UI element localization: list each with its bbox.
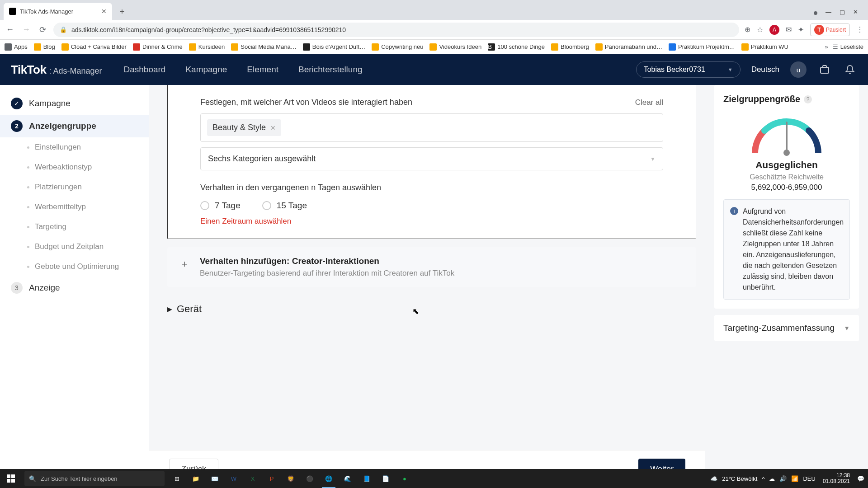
step-adgroup[interactable]: 2 Anzeigengruppe xyxy=(0,115,149,137)
browser-tab[interactable]: TikTok Ads-Manager ✕ xyxy=(4,3,112,20)
language-indicator[interactable]: DEU xyxy=(803,475,815,482)
bookmark-item[interactable]: Praktikum WU xyxy=(741,43,788,51)
notepad-icon[interactable]: 📄 xyxy=(376,469,395,488)
search-icon: 🔍 xyxy=(29,475,36,482)
bookmark-item[interactable]: Panoramabahn und… xyxy=(595,43,662,51)
task-view-icon[interactable]: ⊞ xyxy=(167,469,186,488)
volume-icon[interactable]: 🔊 xyxy=(779,475,787,482)
bookmark-item[interactable]: Dinner & Crime xyxy=(133,43,183,51)
start-button[interactable] xyxy=(0,469,22,488)
tag-remove-icon[interactable]: ✕ xyxy=(270,124,276,131)
clock[interactable]: 12:38 01.08.2021 xyxy=(820,473,853,484)
reach-label: Geschätzte Reichweite xyxy=(723,173,850,181)
user-avatar[interactable]: u xyxy=(790,61,807,78)
help-icon[interactable]: ? xyxy=(804,95,812,103)
reading-list-button[interactable]: ☰Leseliste xyxy=(833,43,863,50)
clear-all-link[interactable]: Clear all xyxy=(635,98,663,107)
notifications-icon[interactable]: 💬 xyxy=(857,475,864,482)
url-field[interactable]: 🔒 ads.tiktok.com/i18n/campaign/ad-group/… xyxy=(53,23,739,37)
app-icon[interactable]: 📘 xyxy=(357,469,376,488)
zoom-icon[interactable]: ⊕ xyxy=(745,25,750,34)
obs-icon[interactable]: ⚫ xyxy=(300,469,319,488)
new-tab-button[interactable]: + xyxy=(116,5,128,18)
excel-icon[interactable]: X xyxy=(243,469,262,488)
nav-dashboard[interactable]: Dashboard xyxy=(123,65,165,75)
substep-budget[interactable]: Budget und Zeitplan xyxy=(0,237,149,257)
word-icon[interactable]: W xyxy=(224,469,243,488)
weather-widget[interactable]: ☁️ 21°C Bewölkt xyxy=(710,475,757,482)
logo[interactable]: TikTok : Ads-Manager xyxy=(11,63,102,77)
back-button[interactable]: ← xyxy=(5,24,15,35)
taskbar-search[interactable]: 🔍 Zur Suche Text hier eingeben xyxy=(24,471,165,486)
info-box: i Aufgrund von Datensicherheitsanforderu… xyxy=(723,199,850,300)
bookmark-item[interactable]: Videokurs Ideen xyxy=(429,43,481,51)
account-selector[interactable]: Tobias Becker0731 ▼ xyxy=(636,61,741,78)
svg-rect-0 xyxy=(821,67,829,73)
language-selector[interactable]: Deutsch xyxy=(751,65,779,74)
category-tag-input[interactable]: Beauty & Style ✕ xyxy=(200,113,663,142)
bell-icon[interactable] xyxy=(843,62,857,77)
step-ad[interactable]: 3 Anzeige xyxy=(0,277,149,299)
powerpoint-icon[interactable]: P xyxy=(262,469,281,488)
cloud-sync-icon[interactable]: ☁ xyxy=(769,475,775,482)
puzzle-icon[interactable]: ✦ xyxy=(798,25,804,34)
reach-value: 5,692,000-6,959,000 xyxy=(723,183,850,192)
file-explorer-icon[interactable]: 📁 xyxy=(186,469,205,488)
close-window-button[interactable]: ✕ xyxy=(853,9,858,15)
reload-button[interactable]: ⟳ xyxy=(37,24,48,35)
substep-placements[interactable]: Platzierungen xyxy=(0,177,149,197)
tiktok-favicon xyxy=(9,8,16,15)
forward-button[interactable]: → xyxy=(21,24,32,35)
step-badge-pending: 3 xyxy=(11,282,23,294)
brave-icon[interactable]: 🦁 xyxy=(281,469,300,488)
radio-7-days[interactable]: 7 Tage xyxy=(200,201,241,211)
bookmark-item[interactable]: Cload + Canva Bilder xyxy=(61,43,127,51)
substep-targeting[interactable]: Targeting xyxy=(0,217,149,237)
bookmark-item[interactable]: Social Media Mana… xyxy=(231,43,297,51)
bookmark-item[interactable]: B100 schöne Dinge xyxy=(488,43,545,51)
bookmark-item[interactable]: Blog xyxy=(34,43,55,51)
minimize-button[interactable]: — xyxy=(826,9,831,15)
substep-promotion-type[interactable]: Werbeaktionstyp xyxy=(0,157,149,177)
substep-bidding[interactable]: Gebote und Optimierung xyxy=(0,257,149,277)
device-section-toggle[interactable]: ▶ Gerät xyxy=(167,300,696,317)
bookmark-item[interactable]: Kursideen xyxy=(189,43,225,51)
chrome-icon[interactable]: 🌐 xyxy=(319,469,338,488)
edge-icon[interactable]: 🌊 xyxy=(338,469,357,488)
add-creator-interactions[interactable]: + Verhalten hinzufügen: Creator-Interakt… xyxy=(167,247,696,287)
bookmark-item[interactable]: Copywriting neu xyxy=(372,43,423,51)
step-campaign[interactable]: ✓ Kampagne xyxy=(0,92,149,115)
substep-settings[interactable]: Einstellungen xyxy=(0,137,149,157)
tray-chevron-icon[interactable]: ^ xyxy=(762,475,764,482)
nav-reporting[interactable]: Berichterstellung xyxy=(298,65,363,75)
adblock-icon[interactable]: A xyxy=(769,25,779,35)
bookmark-item[interactable]: Praktikum Projektm… xyxy=(669,43,735,51)
categories-select[interactable]: Sechs Kategorien ausgewählt ▼ xyxy=(200,147,663,170)
profile-paused-pill[interactable]: T Pausiert xyxy=(810,23,850,36)
days-label: Verhalten in den vergangenen n Tagen aus… xyxy=(200,183,663,192)
video-interaction-card: Festlegen, mit welcher Art von Videos si… xyxy=(167,85,696,239)
substep-creative-type[interactable]: Werbemitteltyp xyxy=(0,197,149,217)
main-nav: Dashboard Kampagne Element Berichterstel… xyxy=(123,65,362,75)
account-dot-icon[interactable] xyxy=(814,11,817,15)
briefcase-icon[interactable] xyxy=(817,62,832,77)
targeting-summary-toggle[interactable]: Targeting-Zusammenfassung ▼ xyxy=(714,315,859,341)
bookmark-item[interactable]: Bois d'Argent Duft… xyxy=(303,43,365,51)
gauge-needle xyxy=(786,122,788,153)
nav-element[interactable]: Element xyxy=(247,65,278,75)
bookmark-item[interactable]: Bloomberg xyxy=(551,43,589,51)
timeframe-error: Einen Zeitraum auswählen xyxy=(200,217,663,226)
apps-button[interactable]: Apps xyxy=(5,43,28,51)
spotify-icon[interactable]: ● xyxy=(395,469,414,488)
mail-app-icon[interactable]: ✉️ xyxy=(205,469,224,488)
kebab-menu-icon[interactable]: ⋮ xyxy=(856,25,863,34)
maximize-button[interactable]: ▢ xyxy=(840,9,845,15)
wifi-icon[interactable]: 📶 xyxy=(791,475,798,482)
bookmarks-overflow-icon[interactable]: » xyxy=(825,43,828,50)
nav-campaign[interactable]: Kampagne xyxy=(185,65,227,75)
radio-15-days[interactable]: 15 Tage xyxy=(262,201,307,211)
extensions-area: ⊕ ☆ A ✉ ✦ T Pausiert ⋮ xyxy=(745,23,863,36)
bookmark-star-icon[interactable]: ☆ xyxy=(757,25,763,34)
tab-close-icon[interactable]: ✕ xyxy=(101,8,107,15)
mail-icon[interactable]: ✉ xyxy=(786,25,792,34)
